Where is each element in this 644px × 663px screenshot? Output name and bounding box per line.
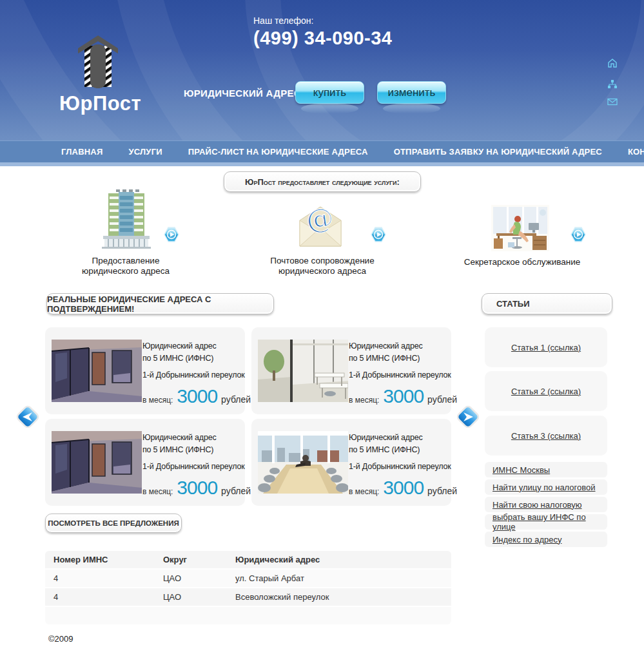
link-label: Найти свою налоговую: [493, 500, 582, 510]
service-title-line: Почтовое сопровождение: [251, 256, 393, 266]
home-icon[interactable]: [607, 58, 618, 68]
building-icon: [101, 188, 152, 253]
listing-address: 1-й Добрынинский переулок: [142, 461, 242, 473]
service-title: Предоставление юридического адреса: [64, 256, 187, 276]
table-header-row: Номер ИМНС Округ Юридический адрес: [45, 551, 451, 568]
buy-button[interactable]: купить: [295, 81, 364, 104]
col-header-district: Округ: [163, 555, 235, 564]
listing-line: по 5 ИМНС (ИФНС): [142, 352, 242, 365]
listing-line: по 5 ИМНС (ИФНС): [142, 444, 242, 456]
listing-address: 1-й Добрынинский переулок: [349, 369, 449, 381]
price-units: рублей: [427, 486, 457, 496]
articles-banner-label: СТАТЬИ: [496, 299, 530, 309]
listing-line: Юридический адрес: [349, 432, 449, 444]
listing-card: Юридический адрес по 5 ИМНС (ИФНС) 1-й Д…: [251, 327, 451, 414]
logo[interactable]: ЮрПост: [59, 35, 137, 115]
office-photo: [258, 431, 348, 494]
service-title: Секретарское обслуживание: [461, 257, 583, 267]
service-title-line: юридического адреса: [64, 266, 187, 276]
link-find-tax-office[interactable]: Найти свою налоговую: [485, 497, 607, 512]
service-title: Почтовое сопровождение юридического адре…: [251, 256, 393, 276]
cell-imns-number: 4: [54, 573, 163, 583]
table-row-empty: [45, 607, 451, 624]
svg-text:@: @: [304, 204, 335, 236]
listing-text: Юридический адрес по 5 ИМНС (ИФНС) 1-й Д…: [142, 340, 242, 381]
listing-card: Юридический адрес по 5 ИМНС (ИФНС) 1-й Д…: [45, 419, 245, 506]
link-label: ИМНС Москвы: [493, 465, 550, 475]
listing-line: Юридический адрес: [142, 340, 242, 352]
office-photo: [258, 340, 348, 402]
link-label: Индекс по адресу: [493, 535, 561, 544]
service-arrow-button[interactable]: [163, 226, 180, 243]
price-label: в месяц:: [349, 487, 379, 496]
col-header-imns-number: Номер ИМНС: [54, 555, 163, 564]
table-row: 4 ЦАО ул. Старый Арбат: [45, 570, 451, 587]
nav-item-contacts[interactable]: Контакты: [628, 147, 644, 157]
services-banner-label: ЮрПост предоставляет следующие услуги:: [245, 177, 400, 187]
listing-address: 1-й Добрынинский переулок: [142, 369, 242, 381]
price-row: в месяц: 3000 рублей: [142, 477, 251, 499]
price-row: в месяц: 3000 рублей: [349, 385, 457, 407]
listing-line: Юридический адрес: [349, 340, 449, 352]
link-label: выбрать вашу ИНФС по улице: [493, 512, 607, 532]
listing-line: по 5 ИМНС (ИФНС): [349, 352, 449, 365]
service-title-line: Предоставление: [64, 256, 187, 266]
link-index-by-address[interactable]: Индекс по адресу: [485, 532, 607, 547]
service-title-line: юридического адреса: [251, 266, 393, 276]
article-link-3[interactable]: Статья 3 (ссылка): [511, 431, 581, 441]
sitemap-icon[interactable]: [607, 79, 618, 90]
service-arrow-button[interactable]: [370, 226, 387, 243]
milepost-logo-icon: [74, 79, 122, 90]
imns-table: Номер ИМНС Округ Юридический адрес 4 ЦАО…: [45, 551, 451, 626]
mail-icon[interactable]: [607, 97, 618, 107]
article-card: Статья 1 (ссылка): [485, 327, 607, 367]
copyright-text: ©2009: [48, 634, 73, 644]
secretary-icon: [491, 205, 549, 254]
phone-label: Наш телефон:: [253, 15, 392, 26]
phone-number: (499) 34-090-34: [253, 28, 392, 49]
page: ЮрПост Наш телефон: (499) 34-090-34 Юрид…: [0, 0, 644, 663]
nav-bottom-strip: [0, 162, 644, 166]
view-all-offers-button[interactable]: ПОСМОТРЕТЬ ВСЕ ПРЕДЛОЖЕНИЯ: [45, 514, 182, 533]
nav-item-pricelist[interactable]: Прайс-лист на юридические адреса: [188, 147, 368, 157]
cell-district: ЦАО: [163, 573, 235, 583]
cell-legal-address: Всеволожский переулок: [235, 592, 451, 602]
listing-text: Юридический адрес по 5 ИМНС (ИФНС) 1-й Д…: [349, 340, 449, 381]
article-link-1[interactable]: Статья 1 (ссылка): [511, 343, 581, 352]
link-find-street[interactable]: Найти улицу по налоговой: [485, 479, 607, 495]
col-header-legal-address: Юридический адрес: [235, 555, 451, 564]
header: ЮрПост Наш телефон: (499) 34-090-34 Юрид…: [0, 0, 644, 140]
listings-banner-label: РЕАЛЬНЫЕ ЮРИДИЧЕСКИЕ АДРЕСА С ПОДТВЕРЖДЕ…: [47, 294, 273, 314]
office-photo: [52, 431, 142, 494]
logo-text: ЮрПост: [59, 92, 137, 115]
listings-banner: РЕАЛЬНЫЕ ЮРИДИЧЕСКИЕ АДРЕСА С ПОДТВЕРЖДЕ…: [46, 293, 274, 314]
services-banner: ЮрПост предоставляет следующие услуги:: [224, 171, 421, 192]
service-arrow-button[interactable]: [570, 226, 587, 243]
table-row: 4 ЦАО Всеволожский переулок: [45, 588, 451, 606]
price-row: в месяц: 3000 рублей: [349, 477, 457, 499]
nav-item-services[interactable]: Услуги: [128, 147, 162, 157]
price-value: 3000: [177, 385, 217, 407]
listing-line: Юридический адрес: [142, 432, 242, 444]
price-value: 3000: [383, 477, 424, 499]
nav-item-send-request[interactable]: Отправить заявку на юридический адрес: [394, 147, 602, 157]
article-card: Статья 2 (ссылка): [485, 371, 607, 411]
link-imns-moscow[interactable]: ИМНС Москвы: [485, 462, 607, 477]
nav-item-home[interactable]: Главная: [61, 147, 102, 157]
cell-legal-address: ул. Старый Арбат: [235, 573, 451, 583]
change-button-label: изменить: [388, 86, 436, 99]
buy-button-label: купить: [313, 86, 346, 99]
price-label: в месяц:: [142, 396, 173, 405]
mail-at-icon: @: [297, 204, 344, 253]
next-arrow-button[interactable]: [456, 405, 480, 429]
prev-arrow-button[interactable]: [15, 405, 40, 429]
listing-text: Юридический адрес по 5 ИМНС (ИФНС) 1-й Д…: [349, 432, 449, 473]
article-link-2[interactable]: Статья 2 (ссылка): [511, 387, 581, 396]
article-card: Статья 3 (ссылка): [485, 416, 607, 456]
cell-district: ЦАО: [163, 592, 235, 602]
listing-card: Юридический адрес по 5 ИМНС (ИФНС) 1-й Д…: [45, 327, 245, 414]
change-button[interactable]: изменить: [377, 81, 446, 104]
listing-address: 1-й Добрынинский переулок: [349, 461, 449, 473]
link-choose-infs[interactable]: выбрать вашу ИНФС по улице: [485, 514, 607, 530]
main-nav: Главная Услуги Прайс-лист на юридические…: [0, 140, 644, 162]
